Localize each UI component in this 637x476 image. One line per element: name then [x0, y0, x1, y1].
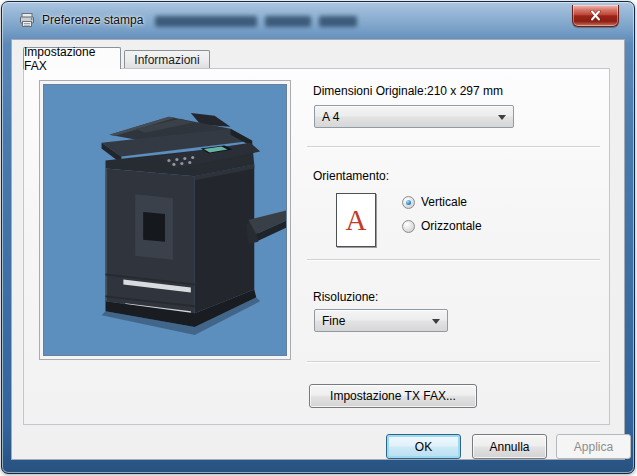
close-icon — [589, 10, 602, 21]
radio-unselected-icon — [402, 220, 415, 233]
printer-preview-background — [43, 84, 287, 356]
original-size-label: Dimensioni Originale: — [313, 84, 427, 98]
ok-button-label: OK — [415, 440, 432, 454]
separator — [307, 146, 600, 148]
apply-button[interactable]: Applica — [556, 434, 631, 459]
printer-icon — [19, 12, 35, 28]
orientation-label: Orientamento: — [313, 169, 389, 183]
radio-label: Verticale — [421, 195, 467, 209]
cancel-button-label: Annulla — [489, 440, 529, 454]
printer-preview-panel — [39, 80, 291, 360]
redacted-text-blob — [319, 16, 357, 27]
tab-label: Informazioni — [134, 53, 199, 67]
orientation-icon-letter: A — [346, 206, 367, 235]
tab-page-impostazione-fax: Dimensioni Originale: 210 x 297 mm A 4 O… — [23, 68, 610, 425]
separator — [307, 259, 600, 261]
chevron-down-icon — [432, 319, 440, 324]
orientation-option-orizzontale[interactable]: Orizzontale — [402, 219, 482, 233]
apply-button-label: Applica — [574, 440, 613, 454]
paper-size-selected-value: A 4 — [322, 110, 339, 124]
resolution-select[interactable]: Fine — [314, 309, 448, 332]
tx-fax-settings-button[interactable]: Impostazione TX FAX... — [309, 384, 477, 408]
resolution-label: Risoluzione: — [313, 290, 378, 304]
tab-informazioni[interactable]: Informazioni — [124, 50, 210, 69]
titlebar[interactable]: Preferenze stampa — [2, 2, 634, 39]
tx-fax-settings-button-label: Impostazione TX FAX... — [330, 389, 456, 403]
orientation-option-verticale[interactable]: Verticale — [402, 195, 467, 209]
original-size-value: 210 x 297 mm — [427, 84, 503, 98]
ok-button[interactable]: OK — [386, 434, 461, 459]
resolution-selected-value: Fine — [322, 314, 345, 328]
radio-label: Orizzontale — [421, 219, 482, 233]
redacted-printer-name — [155, 16, 357, 27]
redacted-text-blob — [155, 16, 257, 27]
close-button[interactable] — [572, 5, 619, 27]
printer-image — [44, 85, 286, 355]
tab-impostazione-fax[interactable]: Impostazione FAX — [23, 47, 121, 69]
tab-label: Impostazione FAX — [24, 45, 120, 73]
separator — [307, 361, 600, 363]
preferences-dialog: Preferenze stampa Impostazione FAX Infor… — [1, 1, 635, 474]
radio-selected-icon — [402, 196, 415, 209]
window-title: Preferenze stampa — [42, 13, 143, 27]
dialog-client-area: Impostazione FAX Informazioni — [11, 39, 625, 460]
cancel-button[interactable]: Annulla — [472, 434, 547, 459]
chevron-down-icon — [498, 115, 506, 120]
orientation-portrait-icon: A — [336, 193, 376, 247]
redacted-text-blob — [265, 16, 311, 27]
paper-size-select[interactable]: A 4 — [314, 105, 514, 128]
